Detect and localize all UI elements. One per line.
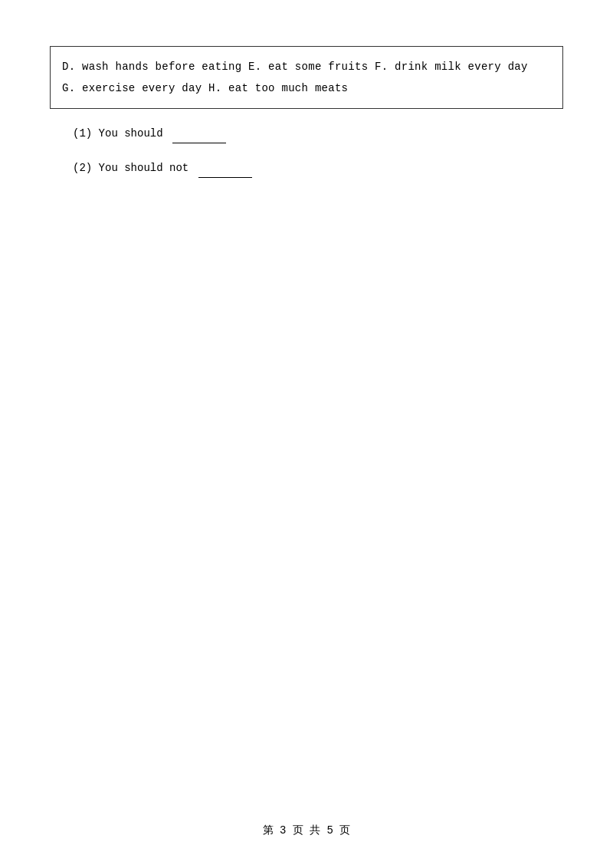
question-2-text: (2) You should not (73, 162, 188, 174)
question-item-2: (2) You should not (73, 159, 563, 178)
options-row-1: D. wash hands before eating E. eat some … (62, 56, 551, 77)
footer-text: 第 3 页 共 5 页 (263, 824, 351, 837)
page-content: D. wash hands before eating E. eat some … (0, 0, 613, 868)
question-2-blank[interactable] (198, 177, 252, 178)
question-1-blank[interactable] (172, 143, 226, 143)
options-box: D. wash hands before eating E. eat some … (50, 46, 563, 109)
question-1-text: (1) You should (73, 127, 163, 140)
question-item-1: (1) You should (73, 124, 563, 143)
options-row-2: G. exercise every day H. eat too much me… (62, 77, 551, 99)
questions-section: (1) You should (2) You should not (50, 124, 563, 178)
page-footer: 第 3 页 共 5 页 (0, 824, 613, 837)
